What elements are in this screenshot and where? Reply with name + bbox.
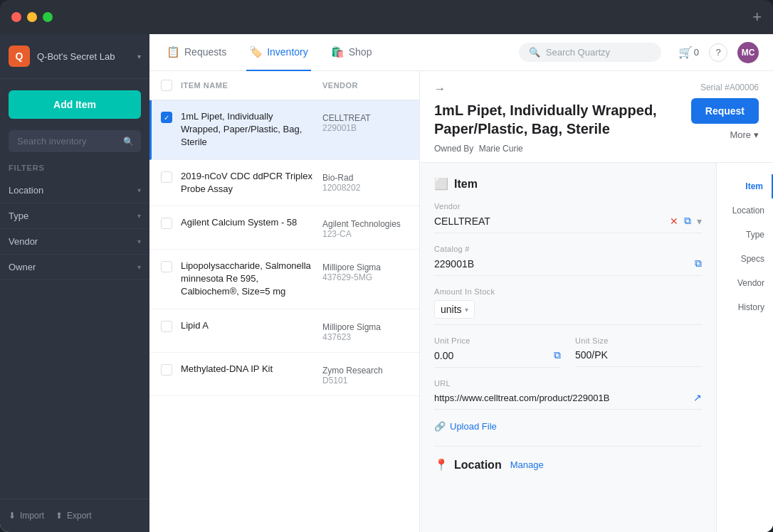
item-name: 2019-nCoV CDC ddPCR Triplex Probe Assay: [181, 170, 314, 196]
manage-link[interactable]: Manage: [510, 459, 544, 470]
minimize-button[interactable]: [27, 12, 37, 22]
item-info: Lipid A: [181, 319, 314, 332]
item-checkbox[interactable]: [161, 218, 172, 229]
catalog-field-label: Catalog #: [434, 245, 702, 253]
item-checkbox[interactable]: [161, 261, 172, 272]
vendor-name: CELLTREAT: [322, 113, 408, 123]
tab-inventory[interactable]: 🏷️ Inventory: [246, 34, 311, 71]
avatar[interactable]: MC: [737, 42, 759, 63]
titlebar-plus-button[interactable]: +: [752, 8, 762, 26]
item-info: Agilent Calcium System - 58: [181, 216, 314, 229]
select-all-checkbox[interactable]: [161, 80, 172, 91]
close-button[interactable]: [11, 12, 21, 22]
right-nav-item-item[interactable]: Item: [717, 174, 773, 198]
filter-owner-label: Owner: [9, 262, 36, 272]
filter-location-chevron-icon: ▾: [137, 186, 141, 194]
list-item[interactable]: Agilent Calcium System - 58 Agilent Tech…: [149, 206, 419, 250]
item-name: Lipopolysaccharide, Salmonella minnesota…: [181, 260, 314, 299]
owned-by-label: Owned By: [434, 144, 473, 154]
tab-shop-label: Shop: [349, 46, 372, 58]
upload-icon: 🔗: [434, 421, 446, 432]
sidebar-item-type[interactable]: Type ▾: [0, 203, 149, 229]
list-item[interactable]: Methylated-DNA IP Kit Zymo Research D510…: [149, 353, 419, 396]
add-item-button[interactable]: Add Item: [9, 90, 141, 119]
item-checkbox[interactable]: ✓: [161, 112, 172, 123]
sidebar-item-vendor[interactable]: Vendor ▾: [0, 229, 149, 255]
item-vendor: Millipore Sigma 437623: [322, 322, 408, 342]
sidebar-item-location[interactable]: Location ▾: [0, 178, 149, 203]
vendor-name: Millipore Sigma: [322, 262, 408, 272]
url-value[interactable]: https://www.celltreat.com/product/229001…: [434, 393, 688, 403]
content-area: ITEM NAME VENDOR ✓ 1mL Pipet, Individual…: [149, 71, 773, 532]
more-button[interactable]: More ▾: [730, 129, 759, 140]
url-row: https://www.celltreat.com/product/229001…: [434, 392, 702, 410]
tab-shop[interactable]: 🛍️ Shop: [328, 34, 375, 71]
sidebar-header: Q Q-Bot's Secret Lab ▾: [0, 34, 149, 79]
sidebar: Q Q-Bot's Secret Lab ▾ Add Item 🔍 FILTER…: [0, 34, 149, 532]
vendor-code: 229001B: [322, 123, 408, 133]
list-item[interactable]: Lipopolysaccharide, Salmonella minnesota…: [149, 250, 419, 309]
amount-field: Amount In Stock units ▾: [434, 287, 702, 325]
vendor-dropdown-icon[interactable]: ▾: [697, 216, 702, 227]
list-item[interactable]: Lipid A Millipore Sigma 437623: [149, 309, 419, 353]
tab-requests[interactable]: 📋 Requests: [164, 34, 229, 71]
export-button[interactable]: ⬆ Export: [56, 511, 92, 521]
sidebar-item-owner[interactable]: Owner ▾: [0, 255, 149, 280]
inventory-icon: 🏷️: [249, 46, 263, 58]
item-info: Lipopolysaccharide, Salmonella minnesota…: [181, 260, 314, 299]
amount-unit-value: units: [441, 304, 462, 315]
request-button[interactable]: Request: [691, 98, 759, 124]
amount-unit-dropdown[interactable]: units ▾: [434, 300, 475, 319]
filter-owner-chevron-icon: ▾: [137, 263, 141, 271]
vendor-field-label: Vendor: [434, 202, 702, 211]
import-icon: ⬇: [9, 511, 16, 521]
unit-price-field: Unit Price 0.00 ⧉: [434, 336, 561, 368]
search-input[interactable]: [9, 130, 141, 152]
cart-button[interactable]: 🛒 0: [678, 46, 699, 59]
detail-right-nav: Item Location Type Specs Vendor History: [716, 163, 773, 532]
item-vendor: Zymo Research D5101: [322, 366, 408, 385]
item-checkbox[interactable]: [161, 321, 172, 332]
right-nav-item-type[interactable]: Type: [717, 223, 773, 247]
upload-file-button[interactable]: 🔗 Upload File: [434, 421, 702, 432]
url-external-icon[interactable]: ↗: [693, 392, 702, 403]
more-label: More: [730, 129, 751, 140]
right-nav-item-history[interactable]: History: [717, 295, 773, 319]
location-heading: Location: [454, 459, 502, 472]
catalog-copy-icon[interactable]: ⧉: [695, 257, 702, 270]
item-section-title: ⬜ Item: [434, 177, 702, 191]
right-nav-item-location[interactable]: Location: [717, 198, 773, 223]
sidebar-footer: ⬇ Import ⬆ Export: [0, 499, 149, 532]
help-button[interactable]: ?: [709, 43, 727, 62]
unit-price-copy-icon[interactable]: ⧉: [554, 349, 561, 361]
vendor-clear-icon[interactable]: ✕: [670, 216, 678, 227]
import-button[interactable]: ⬇ Import: [9, 511, 44, 521]
detail-nav-arrow[interactable]: →: [434, 83, 691, 95]
requests-icon: 📋: [167, 46, 180, 58]
filter-vendor-label: Vendor: [9, 236, 38, 247]
right-nav-item-vendor[interactable]: Vendor: [717, 271, 773, 295]
global-search-icon: 🔍: [529, 47, 540, 58]
price-size-row: Unit Price 0.00 ⧉ Unit Size 500/PK: [434, 336, 702, 379]
search-box: 🔍: [9, 130, 141, 152]
detail-panel: → 1mL Pipet, Individually Wrapped, Paper…: [420, 71, 773, 532]
sidebar-chevron-icon[interactable]: ▾: [137, 53, 141, 60]
item-checkbox[interactable]: [161, 171, 172, 183]
global-search-input[interactable]: [546, 47, 651, 58]
maximize-button[interactable]: [43, 12, 53, 22]
traffic-lights: [11, 12, 53, 22]
item-info: 2019-nCoV CDC ddPCR Triplex Probe Assay: [181, 170, 314, 196]
detail-header: → 1mL Pipet, Individually Wrapped, Paper…: [420, 71, 773, 163]
item-vendor: CELLTREAT 229001B: [322, 113, 408, 133]
item-checkbox[interactable]: [161, 364, 172, 376]
vendor-code: D5101: [322, 376, 408, 385]
cart-icon: 🛒: [678, 46, 693, 59]
list-item[interactable]: 2019-nCoV CDC ddPCR Triplex Probe Assay …: [149, 160, 419, 206]
list-item[interactable]: ✓ 1mL Pipet, Individually Wrapped, Paper…: [149, 100, 419, 160]
right-nav-item-specs[interactable]: Specs: [717, 247, 773, 271]
tab-inventory-label: Inventory: [267, 46, 308, 58]
filter-type-chevron-icon: ▾: [137, 212, 141, 220]
item-name: Agilent Calcium System - 58: [181, 216, 314, 229]
vendor-copy-icon[interactable]: ⧉: [684, 215, 691, 227]
vendor-field: Vendor CELLTREAT ✕ ⧉ ▾: [434, 202, 702, 233]
